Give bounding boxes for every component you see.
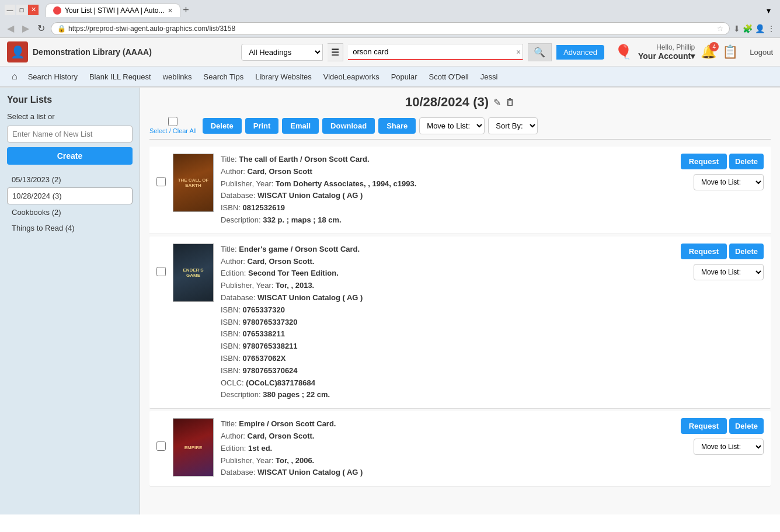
- book-item-1: THE CALL OF EARTH Title: The call of Ear…: [149, 147, 771, 234]
- url-text: https://preprod-stwi-agent.auto-graphics…: [68, 25, 715, 33]
- book-3-request-button[interactable]: Request: [681, 418, 727, 434]
- book-3-checkbox[interactable]: [156, 441, 166, 451]
- extensions-icon[interactable]: 🧩: [743, 24, 753, 33]
- book-1-delete-button[interactable]: Delete: [729, 154, 764, 169]
- bookmark-icon[interactable]: ☆: [717, 25, 723, 33]
- notifications-button[interactable]: 🔔 4: [701, 44, 716, 60]
- download-action-button[interactable]: Download: [322, 118, 375, 134]
- select-all-checkbox[interactable]: [168, 117, 177, 126]
- book-2-delete-button[interactable]: Delete: [729, 244, 764, 259]
- home-nav-button[interactable]: ⌂: [7, 69, 22, 84]
- user-account-button[interactable]: Your Account▾: [638, 51, 695, 61]
- move-to-list-select[interactable]: Move to List:: [419, 117, 485, 134]
- stack-icon: ☰: [331, 47, 339, 58]
- window-controls: — □ ✕: [5, 5, 39, 15]
- browser-titlebar: — □ ✕ Your List | STWI | AAAA | Auto... …: [0, 0, 780, 19]
- notification-badge: 4: [709, 42, 719, 51]
- active-tab[interactable]: Your List | STWI | AAAA | Auto... ✕: [46, 4, 180, 17]
- share-action-button[interactable]: Share: [378, 118, 416, 134]
- sidebar-title: Your Lists: [7, 95, 133, 105]
- book-2-move-to-list[interactable]: Move to List:: [694, 264, 764, 280]
- user-greeting: Hello, Phillip: [638, 43, 695, 51]
- app-nav: ⌂ Search History Blank ILL Request webli…: [0, 67, 780, 87]
- library-logo: 👤: [7, 41, 28, 62]
- list-item-3[interactable]: Cookbooks (2): [7, 204, 133, 220]
- nav-library-websites[interactable]: Library Websites: [249, 70, 318, 84]
- select-clear-link[interactable]: Select / Clear All: [149, 127, 197, 134]
- new-tab-button[interactable]: +: [183, 4, 189, 16]
- forward-button[interactable]: ▶: [20, 22, 32, 35]
- book-3-actions: Request Delete Move to List:: [681, 418, 764, 455]
- url-bar[interactable]: 🔒 https://preprod-stwi-agent.auto-graphi…: [51, 22, 730, 35]
- settings-icon[interactable]: ⋮: [767, 24, 775, 33]
- nav-popular[interactable]: Popular: [385, 70, 423, 84]
- logo-icon: 👤: [11, 45, 25, 59]
- new-list-input[interactable]: [7, 126, 133, 142]
- search-clear-button[interactable]: ×: [516, 47, 521, 57]
- search-input-wrap: ×: [348, 44, 523, 60]
- tab-close-button[interactable]: ✕: [168, 7, 173, 15]
- book-2-cover: ENDER'S GAME: [173, 244, 214, 302]
- book-2-actions: Request Delete Move to List:: [681, 244, 764, 280]
- back-button[interactable]: ◀: [5, 22, 16, 35]
- delete-list-button[interactable]: 🗑: [506, 97, 515, 107]
- tab-list-button[interactable]: ▾: [767, 6, 771, 15]
- print-action-button[interactable]: Print: [245, 118, 279, 134]
- list-doc-icon[interactable]: 📋: [722, 44, 738, 60]
- book-1-request-button[interactable]: Request: [681, 154, 727, 169]
- book-3-action-row: Request Delete: [681, 418, 764, 434]
- book-3-cover: EMPIRE: [173, 418, 214, 477]
- search-button[interactable]: 🔍: [528, 43, 552, 61]
- book-item-3: EMPIRE Title: Empire / Orson Scott Card.…: [149, 411, 771, 486]
- edit-title-button[interactable]: ✎: [493, 97, 501, 108]
- book-3-details: Title: Empire / Orson Scott Card. Author…: [221, 418, 674, 479]
- book-1-cover: THE CALL OF EARTH: [173, 154, 214, 212]
- list-item-4[interactable]: Things to Read (4): [7, 220, 133, 236]
- select-clear-wrap: Select / Clear All: [149, 117, 197, 134]
- tab-title: Your List | STWI | AAAA | Auto...: [65, 6, 164, 15]
- list-date-title: 10/28/2024 (3) ✎ 🗑: [405, 95, 515, 110]
- search-divider: ☰: [328, 43, 343, 61]
- search-type-select[interactable]: All Headings Title Author Subject Keywor…: [241, 44, 323, 61]
- book-1-checkbox[interactable]: [156, 177, 166, 186]
- book-3-delete-button[interactable]: Delete: [729, 418, 764, 434]
- maximize-button[interactable]: □: [16, 5, 27, 15]
- sidebar-select-label: Select a list or: [7, 112, 133, 121]
- create-list-button[interactable]: Create: [7, 147, 133, 165]
- close-button[interactable]: ✕: [28, 5, 39, 15]
- book-1-move-to-list[interactable]: Move to List:: [694, 174, 764, 190]
- advanced-button[interactable]: Advanced: [556, 45, 604, 60]
- nav-search-history[interactable]: Search History: [22, 70, 83, 84]
- logout-button[interactable]: Logout: [750, 48, 773, 57]
- book-1-details: Title: The call of Earth / Orson Scott C…: [221, 154, 674, 227]
- nav-search-tips[interactable]: Search Tips: [198, 70, 250, 84]
- lock-icon: 🔒: [57, 25, 66, 33]
- list-items: 05/13/2023 (2) 10/28/2024 (3) Cookbooks …: [7, 172, 133, 236]
- nav-videoleapworks[interactable]: VideoLeapworks: [318, 70, 385, 84]
- book-2-checkbox[interactable]: [156, 267, 166, 276]
- tab-favicon: [53, 6, 61, 15]
- nav-scott-odell[interactable]: Scott O'Dell: [423, 70, 474, 84]
- nav-blank-ill[interactable]: Blank ILL Request: [83, 70, 157, 84]
- address-icons: ⬇ 🧩 👤 ⋮: [733, 24, 775, 33]
- minimize-button[interactable]: —: [5, 5, 15, 15]
- content-header: 10/28/2024 (3) ✎ 🗑: [149, 95, 771, 110]
- book-1-actions: Request Delete Move to List:: [681, 154, 764, 190]
- list-item-1[interactable]: 05/13/2023 (2): [7, 172, 133, 187]
- search-input[interactable]: [348, 44, 523, 60]
- profile-icon[interactable]: 👤: [755, 24, 765, 33]
- download-icon[interactable]: ⬇: [733, 24, 740, 33]
- refresh-button[interactable]: ↻: [35, 22, 47, 35]
- app-header-top: 👤 Demonstration Library (AAAA) All Headi…: [0, 38, 780, 67]
- sort-by-select[interactable]: Sort By:: [488, 117, 538, 134]
- address-bar: ◀ ▶ ↻ 🔒 https://preprod-stwi-agent.auto-…: [0, 19, 780, 37]
- book-3-move-to-list[interactable]: Move to List:: [694, 439, 764, 455]
- book-item-2: ENDER'S GAME Title: Ender's game / Orson…: [149, 237, 771, 409]
- book-2-request-button[interactable]: Request: [681, 244, 727, 259]
- nav-jessi[interactable]: Jessi: [475, 70, 504, 84]
- library-name: Demonstration Library (AAAA): [33, 47, 236, 57]
- delete-action-button[interactable]: Delete: [203, 118, 242, 134]
- email-action-button[interactable]: Email: [282, 118, 319, 134]
- list-item-2[interactable]: 10/28/2024 (3): [7, 187, 133, 204]
- nav-weblinks[interactable]: weblinks: [157, 70, 198, 84]
